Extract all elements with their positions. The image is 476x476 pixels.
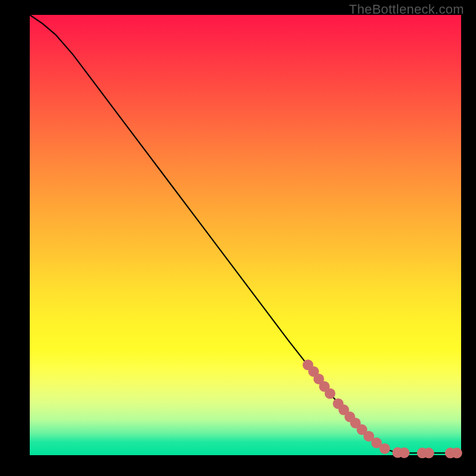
chart-point: [424, 447, 434, 458]
chart-plot-area: [30, 15, 461, 455]
chart-point: [325, 388, 336, 399]
watermark-text: TheBottleneck.com: [349, 2, 464, 17]
chart-curve: [30, 15, 461, 453]
chart-overlay-svg: [30, 15, 461, 455]
chart-points-group: [303, 359, 462, 458]
chart-point: [399, 447, 409, 458]
chart-point: [452, 447, 462, 458]
chart-point: [380, 443, 390, 454]
